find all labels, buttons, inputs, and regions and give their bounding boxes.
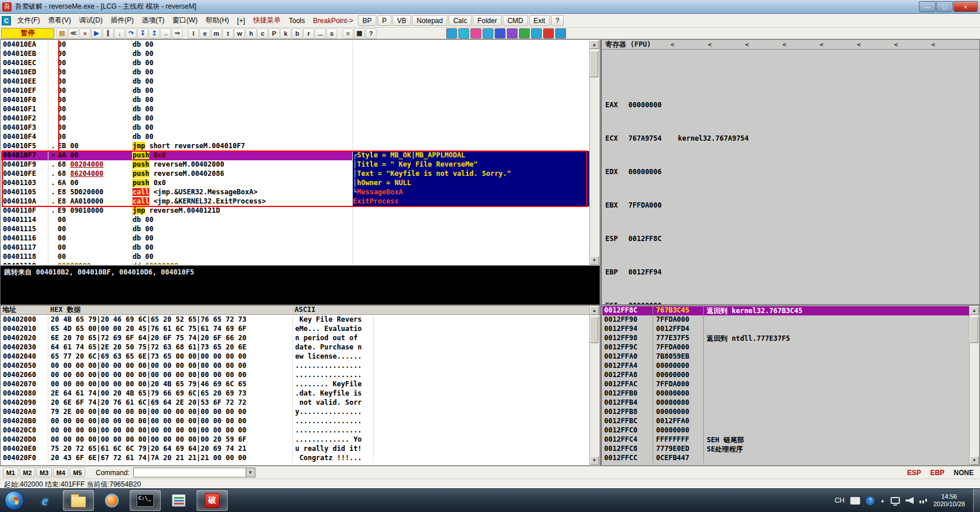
scroll-up-button[interactable]: ▲	[590, 40, 599, 49]
option-button[interactable]: ▦	[354, 28, 365, 39]
show-desktop-button[interactable]	[973, 489, 980, 512]
memory-tab[interactable]: M4	[53, 468, 69, 477]
disasm-row[interactable]: 00401114 00 db 00	[1, 216, 589, 225]
menu-item[interactable]: ?	[551, 15, 564, 26]
view-letter-button[interactable]: b	[292, 28, 303, 39]
dump-row[interactable]: 00402000 20 4B 65 79|20 46 69 6C|65 20 5…	[1, 315, 589, 325]
dump-scrollbar[interactable]: ▲ ▼	[589, 306, 599, 465]
menu-item[interactable]: VB	[393, 15, 411, 26]
view-letter-button[interactable]: l	[188, 28, 199, 39]
help-icon[interactable]: ?	[866, 496, 875, 505]
scroll-down-button[interactable]: ▼	[590, 256, 599, 265]
dump-row[interactable]: 00402010 65 4D 65 00|00 00 20 45|76 61 6…	[1, 325, 589, 334]
ebp-indicator[interactable]: EBP	[930, 469, 945, 477]
stack-row[interactable]: 0012FF90 7FFDA000	[602, 315, 969, 325]
view-letter-button[interactable]: k	[280, 28, 291, 39]
disasm-row[interactable]: 00401118 00 db 00	[1, 253, 589, 262]
menu-item[interactable]: Tools	[285, 14, 309, 27]
taskbar-app[interactable]: 破	[197, 490, 228, 511]
stack-row[interactable]: 0012FFC4 FFFFFFFF SEH 链尾部	[602, 435, 969, 445]
menu-item[interactable]: 窗口(W)	[168, 14, 201, 27]
option-button[interactable]: ?	[365, 28, 376, 39]
disasm-row[interactable]: 004010F1 00 db 00	[1, 105, 589, 114]
scroll-track[interactable]	[590, 49, 599, 256]
dump-row[interactable]: 00402040 65 77 20 6C|69 63 65 6E|73 65 0…	[1, 352, 589, 362]
display-tray-icon[interactable]	[891, 497, 900, 504]
dump-row[interactable]: 004020D0 00 00 00 00|00 00 00 00|00 00 0…	[1, 435, 589, 445]
taskbar-clock[interactable]: 14:56 2020/10/28	[933, 493, 965, 508]
disasm-row[interactable]: 00401117 00 db 00	[1, 243, 589, 253]
memory-tab[interactable]: M3	[36, 468, 52, 477]
network-tray-icon[interactable]	[919, 497, 928, 504]
menu-item[interactable]: BreakPoint->	[309, 14, 357, 27]
disasm-row[interactable]: 004010EA 00 db 00	[1, 40, 589, 50]
view-letter-button[interactable]: c	[257, 28, 268, 39]
dump-row[interactable]: 00402080 2E 64 61 74|00 20 4B 65|79 66 6…	[1, 389, 589, 398]
toolbar-icon-button[interactable]: ⇒	[172, 28, 183, 39]
stack-row[interactable]: 0012FF9C 7FFDA000	[602, 343, 969, 352]
stack-row[interactable]: 0012FFC8 7779E0ED SE处理程序	[602, 445, 969, 454]
disasm-row[interactable]: 004010F9 . 68 00204000 push reverseM.004…	[1, 160, 589, 170]
command-input[interactable]	[134, 468, 246, 477]
menu-item[interactable]: Folder	[473, 15, 502, 26]
disasm-row[interactable]: 004010F3 00 db 00	[1, 123, 589, 133]
stack-row[interactable]: 0012FFC0 00000000	[602, 426, 969, 435]
menu-item[interactable]: 快捷菜单	[249, 14, 285, 27]
disasm-row[interactable]: 004010EE 00 db 00	[1, 77, 589, 86]
scroll-track[interactable]	[970, 315, 979, 456]
stack-row[interactable]: 0012FFB0 00000000	[602, 389, 969, 398]
view-letter-button[interactable]: t	[223, 28, 233, 39]
dump-row[interactable]: 00402070 00 00 00 00|00 00 00 00|20 4B 6…	[1, 380, 589, 389]
scroll-thumb[interactable]	[590, 51, 598, 77]
view-letter-button[interactable]: r	[303, 28, 314, 39]
disasm-row[interactable]: 00401119 00000000 dd 00000000	[1, 262, 589, 265]
plugin-button[interactable]	[555, 28, 566, 39]
taskbar-app[interactable]	[63, 490, 94, 511]
scroll-thumb[interactable]	[970, 317, 978, 343]
dump-row[interactable]: 004020F0 20 43 6F 6E|67 72 61 74|7A 20 2…	[1, 454, 589, 463]
toolbar-icon-button[interactable]: ▶	[91, 28, 102, 39]
toolbar-icon-button[interactable]: ×	[80, 28, 91, 39]
stack-row[interactable]: 0012FFA0 7B8059EB	[602, 352, 969, 362]
ime-icon[interactable]	[850, 497, 860, 505]
dump-row[interactable]: 00402050 00 00 00 00|00 00 00 00|00 00 0…	[1, 362, 589, 371]
menu-item[interactable]: P	[378, 15, 391, 26]
view-letter-button[interactable]: h	[246, 28, 257, 39]
disasm-row[interactable]: 004010F7 > 6A 00 push 0x0 ┌Style = MB_OK…	[1, 151, 589, 160]
disasm-row[interactable]: 004010FE . 68 86204000 push reverseM.004…	[1, 170, 589, 179]
toolbar-icon-button[interactable]: ∥	[103, 28, 114, 39]
plugin-button[interactable]	[470, 28, 481, 39]
disasm-row[interactable]: 004010EB 00 db 00	[1, 50, 589, 59]
scroll-down-button[interactable]: ▼	[970, 456, 979, 465]
plugin-button[interactable]	[495, 28, 506, 39]
menu-item[interactable]: Calc	[448, 15, 472, 26]
disasm-row[interactable]: 004010EC 00 db 00	[1, 59, 589, 68]
menu-item[interactable]: 帮助(H)	[202, 14, 233, 27]
menu-item[interactable]: 文件(F)	[13, 14, 44, 27]
combo-dropdown-icon[interactable]: ▼	[246, 468, 255, 477]
language-indicator[interactable]: CH	[835, 496, 845, 505]
stack-row[interactable]: 0012FF8C 767B3C45 返回到 kernel32.767B3C45	[602, 306, 969, 315]
dump-row[interactable]: 00402030 64 61 74 65|2E 20 50 75|72 63 6…	[1, 343, 589, 352]
plugin-button[interactable]	[483, 28, 493, 39]
menu-item[interactable]: 查看(V)	[44, 14, 75, 27]
jump-from-info[interactable]: 跳转来自 004010B2, 004010BF, 004010D6, 00401…	[4, 268, 194, 276]
memory-tab[interactable]: M1	[3, 468, 18, 477]
disasm-row[interactable]: 004010F4 00 db 00	[1, 133, 589, 142]
maximize-button[interactable]: □	[936, 1, 953, 12]
menu-item[interactable]: [+]	[233, 14, 249, 27]
register-row[interactable]: ESP0012FF8C	[605, 234, 979, 243]
plugin-button[interactable]	[446, 28, 457, 39]
stack-row[interactable]: 0012FFB4 00000000	[602, 398, 969, 408]
dump-row[interactable]: 00402060 00 00 00 00|00 00 00 00|00 00 0…	[1, 371, 589, 380]
menu-item[interactable]: Exit	[529, 15, 550, 26]
stack-row[interactable]: 0012FFA4 00000000	[602, 362, 969, 371]
minimize-button[interactable]: —	[919, 1, 936, 12]
disasm-row[interactable]: 004010F2 00 db 00	[1, 114, 589, 123]
scroll-thumb[interactable]	[590, 317, 598, 343]
taskbar-app[interactable]	[163, 490, 194, 511]
disasm-row[interactable]: 0040110A . E8 AA010000 call <jmp.&KERNEL…	[1, 197, 589, 206]
disasm-row[interactable]: 00401105 . E8 5D020000 call <jmp.&USER32…	[1, 188, 589, 197]
taskbar-app[interactable]: e	[29, 490, 61, 511]
toolbar-icon-button[interactable]: ↷	[126, 28, 137, 39]
